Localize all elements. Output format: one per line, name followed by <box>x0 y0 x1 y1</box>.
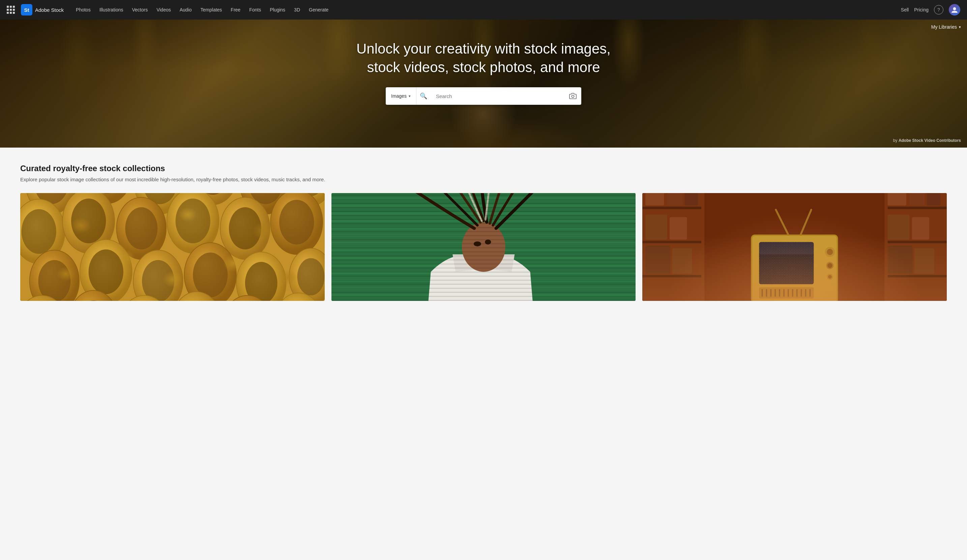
svg-point-129 <box>827 273 833 280</box>
svg-point-125 <box>825 247 835 257</box>
svg-rect-118 <box>751 234 838 301</box>
grid-dot <box>10 12 12 14</box>
svg-point-25 <box>271 193 323 254</box>
svg-rect-124 <box>759 242 814 254</box>
svg-point-6 <box>91 193 124 194</box>
pricing-link[interactable]: Pricing <box>914 7 929 13</box>
svg-point-79 <box>462 222 505 272</box>
svg-rect-51 <box>332 193 636 301</box>
help-icon: ? <box>937 7 940 13</box>
svg-rect-87 <box>642 193 705 301</box>
svg-point-36 <box>245 262 277 301</box>
svg-rect-94 <box>646 215 667 240</box>
svg-point-1 <box>571 95 574 97</box>
svg-point-37 <box>289 248 325 301</box>
nav-item-generate[interactable]: Generate <box>305 4 332 15</box>
svg-rect-58 <box>332 193 636 198</box>
svg-point-15 <box>20 199 65 264</box>
svg-point-16 <box>21 209 56 254</box>
navbar: St Adobe Stock Photos Illustrations Vect… <box>0 0 967 20</box>
svg-rect-2 <box>20 193 325 301</box>
nav-item-photos[interactable]: Photos <box>72 4 95 15</box>
svg-rect-106 <box>912 217 929 240</box>
svg-rect-100 <box>888 241 947 243</box>
svg-rect-72 <box>332 296 636 301</box>
svg-rect-59 <box>332 200 636 205</box>
grid-dot <box>13 9 15 11</box>
logo-icon: St <box>21 4 32 15</box>
svg-rect-97 <box>672 248 692 274</box>
collections-title: Curated royalty-free stock collections <box>20 164 947 173</box>
nav-item-plugins[interactable]: Plugins <box>266 4 289 15</box>
svg-rect-61 <box>332 215 636 220</box>
nav-item-fonts[interactable]: Fonts <box>245 4 265 15</box>
svg-point-42 <box>77 300 110 301</box>
grid-dot <box>13 12 15 14</box>
camera-icon <box>569 92 577 100</box>
user-avatar[interactable] <box>949 4 960 15</box>
brand-name: Adobe Stock <box>35 7 64 13</box>
svg-point-127 <box>827 262 834 269</box>
hero-attribution: by by Adobe Stock Video Contributors Ado… <box>893 138 961 143</box>
nav-item-vectors[interactable]: Vectors <box>128 4 152 15</box>
svg-rect-88 <box>642 206 701 209</box>
svg-rect-92 <box>667 193 683 206</box>
svg-point-4 <box>34 193 69 204</box>
svg-rect-104 <box>927 193 941 206</box>
svg-rect-63 <box>332 229 636 234</box>
svg-rect-60 <box>332 207 636 212</box>
svg-line-145 <box>801 209 811 234</box>
svg-line-144 <box>776 209 788 234</box>
svg-point-38 <box>297 258 325 295</box>
nav-item-free[interactable]: Free <box>226 4 244 15</box>
nav-item-templates[interactable]: Templates <box>196 4 226 15</box>
svg-point-32 <box>142 260 174 301</box>
nav-item-videos[interactable]: Videos <box>152 4 175 15</box>
sell-link[interactable]: Sell <box>901 7 909 13</box>
svg-point-130 <box>828 275 832 278</box>
svg-point-34 <box>193 253 228 298</box>
svg-rect-66 <box>332 252 636 257</box>
svg-point-17 <box>63 193 115 253</box>
camera-search-button[interactable] <box>564 92 581 100</box>
svg-rect-98 <box>885 193 947 301</box>
svg-rect-105 <box>888 215 909 240</box>
svg-point-10 <box>196 193 229 195</box>
svg-point-81 <box>485 240 491 245</box>
svg-point-18 <box>71 198 106 243</box>
svg-rect-90 <box>642 275 701 277</box>
svg-rect-67 <box>332 259 636 265</box>
hero-title: Unlock your creativity with stock images… <box>349 40 618 76</box>
nav-item-3d[interactable]: 3D <box>290 4 304 15</box>
svg-point-30 <box>89 249 124 294</box>
collection-card-tv[interactable] <box>642 193 947 301</box>
avatar-icon <box>951 6 958 13</box>
collection-card-pasta[interactable] <box>20 193 325 301</box>
collection-card-person[interactable] <box>332 193 636 301</box>
collections-grid <box>20 193 947 301</box>
grid-dot <box>7 6 9 8</box>
apps-grid-icon[interactable] <box>7 6 15 14</box>
svg-rect-120 <box>759 242 814 284</box>
hero-content: Unlock your creativity with stock images… <box>0 20 967 105</box>
search-input[interactable] <box>431 87 564 105</box>
svg-point-19 <box>117 198 166 259</box>
search-bar: Images ▾ 🔍 <box>386 87 581 105</box>
svg-point-13 <box>289 193 325 206</box>
adobe-stock-logo[interactable]: St Adobe Stock <box>21 4 64 15</box>
svg-point-9 <box>188 193 238 205</box>
nav-item-audio[interactable]: Audio <box>176 4 196 15</box>
search-type-label: Images <box>391 93 407 99</box>
search-type-dropdown[interactable]: Images ▾ <box>386 87 416 105</box>
svg-point-5 <box>82 193 132 204</box>
svg-rect-70 <box>332 282 636 287</box>
svg-point-49 <box>274 293 323 301</box>
svg-point-14 <box>297 193 325 196</box>
collections-subtitle: Explore popular stock image collections … <box>20 176 947 182</box>
nav-item-illustrations[interactable]: Illustrations <box>96 4 127 15</box>
svg-point-0 <box>953 7 956 10</box>
help-button[interactable]: ? <box>934 5 943 15</box>
svg-rect-103 <box>909 193 925 206</box>
grid-dot <box>7 12 9 14</box>
grid-dot <box>13 6 15 8</box>
